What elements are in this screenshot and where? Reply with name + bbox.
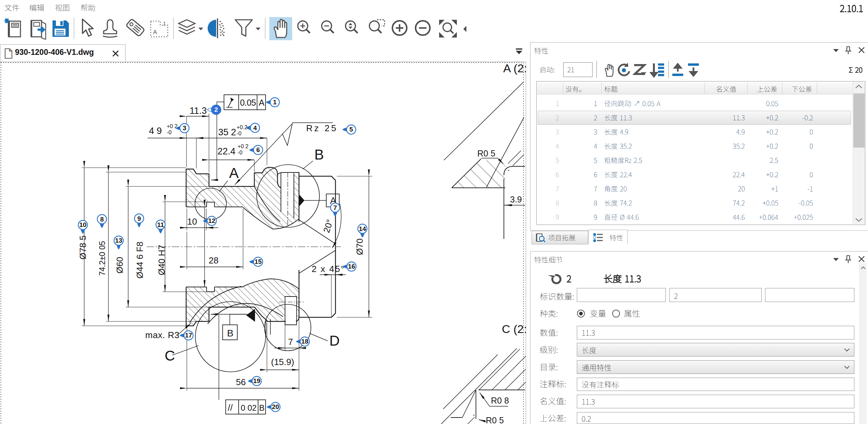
svg-text:max. R3: max. R3: [145, 330, 179, 340]
svg-text:28: 28: [209, 255, 219, 266]
svg-text:74.2±0 05: 74.2±0 05: [98, 241, 107, 276]
svg-text:A (2:1): A (2:1): [503, 62, 526, 75]
svg-text:8: 8: [100, 216, 104, 223]
svg-text:1: 1: [273, 99, 277, 106]
svg-text:Ø78 5: Ø78 5: [78, 236, 88, 260]
svg-text:17: 17: [185, 332, 192, 339]
svg-text:-0: -0: [237, 131, 241, 136]
svg-text:11.3: 11.3: [190, 106, 207, 116]
svg-text:6: 6: [256, 146, 260, 153]
svg-text:(15.9): (15.9): [271, 357, 294, 367]
svg-text:3.9: 3.9: [510, 195, 522, 204]
svg-text:5: 5: [349, 126, 353, 133]
svg-text:B: B: [259, 403, 265, 412]
svg-text:R0 5: R0 5: [477, 149, 495, 158]
svg-text:B: B: [227, 328, 234, 338]
svg-text:20°: 20°: [321, 218, 335, 234]
svg-text:13: 13: [115, 237, 122, 244]
svg-text:A: A: [259, 98, 265, 107]
svg-text://: //: [228, 403, 233, 413]
svg-text:18: 18: [301, 338, 308, 345]
svg-text:3: 3: [183, 124, 186, 132]
svg-text:1: 1: [163, 20, 166, 26]
svg-text:R0 8: R0 8: [491, 396, 509, 405]
svg-text:7: 7: [288, 337, 293, 347]
svg-text:19: 19: [253, 377, 260, 384]
svg-text:Ø44 6 F8: Ø44 6 F8: [135, 242, 145, 278]
svg-text:+0 2: +0 2: [238, 143, 249, 149]
svg-text:C: C: [165, 348, 175, 364]
svg-text:14: 14: [359, 225, 366, 232]
svg-text:2 x 45°: 2 x 45°: [312, 264, 344, 274]
svg-text:11: 11: [157, 221, 164, 228]
svg-text:12: 12: [208, 217, 215, 224]
svg-text:2: 2: [214, 106, 218, 113]
svg-text:B: B: [314, 147, 324, 163]
svg-text:-0: -0: [167, 130, 171, 135]
svg-text:15: 15: [254, 258, 262, 265]
svg-text:Ø40 H7: Ø40 H7: [156, 245, 167, 275]
svg-text:+0.2: +0.2: [237, 124, 248, 130]
svg-text:20: 20: [272, 403, 279, 410]
svg-text:R0 5: R0 5: [486, 415, 504, 424]
svg-text:10: 10: [187, 216, 197, 227]
svg-text:D: D: [329, 333, 340, 349]
svg-text:22.4: 22.4: [218, 146, 236, 156]
svg-text:7: 7: [333, 204, 337, 211]
svg-text:A: A: [153, 29, 157, 35]
svg-text:4: 4: [253, 124, 257, 132]
svg-text:9: 9: [137, 215, 141, 222]
svg-text:-0: -0: [238, 150, 242, 155]
svg-text:10: 10: [79, 221, 86, 228]
svg-text:4 9: 4 9: [149, 126, 162, 136]
svg-text:0.05: 0.05: [240, 98, 256, 107]
svg-text:Ø70: Ø70: [355, 238, 365, 255]
svg-text:A: A: [229, 165, 239, 181]
svg-text:0 02: 0 02: [241, 403, 257, 412]
svg-text:Ø60: Ø60: [115, 257, 125, 273]
svg-text:56: 56: [236, 377, 246, 387]
svg-text:35 2: 35 2: [218, 127, 236, 137]
svg-text:16: 16: [348, 263, 355, 270]
svg-text:Rz 25: Rz 25: [306, 123, 336, 133]
svg-text:C (2:1): C (2:1): [502, 322, 526, 335]
